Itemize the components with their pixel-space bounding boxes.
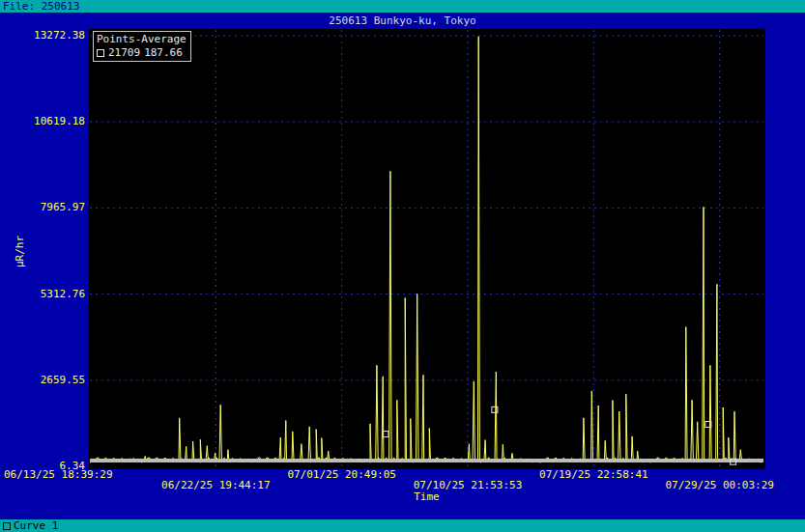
y-axis-title: μR/hr — [14, 223, 26, 281]
x-axis-title: Time — [90, 490, 763, 503]
legend: Points-Average 21709 187.66 — [93, 31, 191, 62]
app-window: File: 250613 250613 Bunkyo-ku, Tokyo Poi… — [0, 0, 805, 532]
legend-points-count: 21709 — [108, 46, 140, 59]
plot-background — [89, 29, 765, 469]
status-bar: Curve 1 — [0, 519, 805, 532]
legend-average-value: 187.66 — [144, 46, 183, 59]
curve-button[interactable]: Curve 1 — [14, 519, 58, 532]
curve-marker-icon — [3, 522, 11, 530]
curve-marker-icon — [97, 49, 104, 57]
legend-entry: 21709 187.66 — [97, 46, 187, 59]
legend-title: Points-Average — [97, 33, 187, 45]
plot-area[interactable] — [0, 0, 805, 532]
